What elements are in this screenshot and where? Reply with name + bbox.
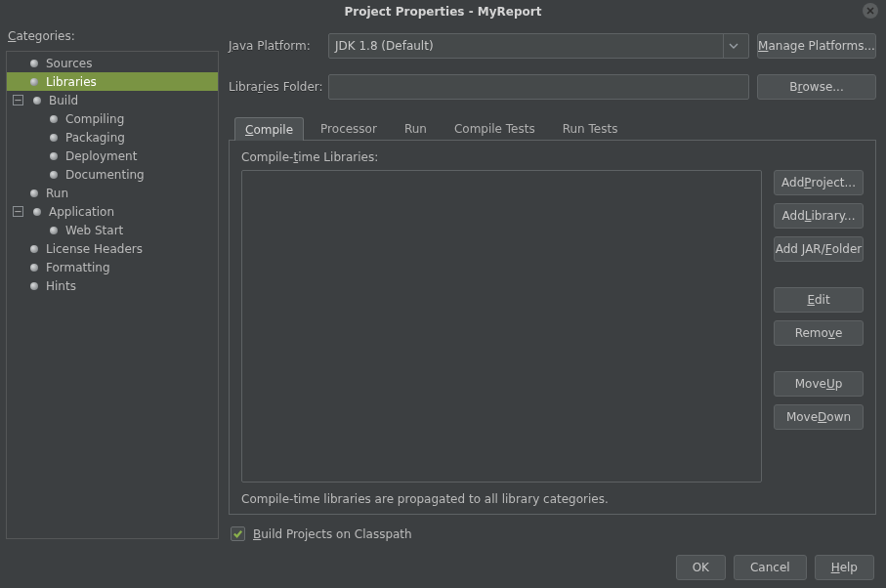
chevron-down-icon <box>723 34 742 58</box>
libraries-folder-label: Libraries Folder: <box>229 80 328 94</box>
tree-item-deployment[interactable]: Deployment <box>7 147 218 165</box>
collapse-icon[interactable]: − <box>13 95 23 105</box>
compile-time-libraries-label: Compile-time Libraries: <box>241 150 864 164</box>
add-library-button[interactable]: Add Library... <box>774 203 864 229</box>
build-classpath-checkbox[interactable] <box>231 526 245 541</box>
tab-run-tests[interactable]: Run Tests <box>552 116 629 140</box>
tree-item-hints[interactable]: Hints <box>7 276 218 295</box>
compile-time-libraries-list[interactable] <box>241 170 762 483</box>
tree-item-webstart[interactable]: Web Start <box>7 221 218 239</box>
tab-compile-tests[interactable]: Compile Tests <box>443 116 546 140</box>
libraries-folder-row: Libraries Folder: Browse... <box>229 74 876 100</box>
collapse-icon[interactable]: − <box>13 206 23 217</box>
window-title: Project Properties - MyReport <box>345 5 542 19</box>
edit-button[interactable]: Edit <box>774 287 864 313</box>
tree-item-packaging[interactable]: Packaging <box>7 128 218 147</box>
tree-item-license[interactable]: License Headers <box>7 239 218 258</box>
tree-item-formatting[interactable]: Formatting <box>7 258 218 276</box>
libraries-folder-input[interactable] <box>328 74 749 100</box>
manage-platforms-button[interactable]: Manage Platforms... <box>757 33 876 59</box>
propagate-note: Compile-time libraries are propagated to… <box>241 492 864 506</box>
tree-item-application[interactable]: −Application <box>7 202 218 221</box>
cancel-button[interactable]: Cancel <box>734 555 807 580</box>
build-classpath-label: Build Projects on Classpath <box>253 527 412 541</box>
help-button[interactable]: Help <box>815 555 874 580</box>
ok-button[interactable]: OK <box>676 555 726 580</box>
tab-compile[interactable]: Compile <box>234 117 304 141</box>
browse-button[interactable]: Browse... <box>757 74 876 100</box>
add-jar-folder-button[interactable]: Add JAR/Folder <box>774 236 864 262</box>
tree-item-documenting[interactable]: Documenting <box>7 165 218 184</box>
tree-item-build[interactable]: −Build <box>7 91 218 109</box>
tree-item-sources[interactable]: Sources <box>7 54 218 72</box>
tree-item-run[interactable]: Run <box>7 184 218 202</box>
java-platform-value: JDK 1.8 (Default) <box>335 39 434 53</box>
library-buttons: Add Project... Add Library... Add JAR/Fo… <box>774 170 864 483</box>
titlebar: Project Properties - MyReport <box>0 0 886 23</box>
close-icon[interactable] <box>863 3 878 19</box>
java-platform-label: Java Platform: <box>229 39 328 53</box>
tab-run[interactable]: Run <box>394 116 438 140</box>
dialog-footer: OK Cancel Help <box>0 547 886 588</box>
tree-item-compiling[interactable]: Compiling <box>7 109 218 128</box>
right-pane: Java Platform: JDK 1.8 (Default) Manage … <box>229 29 876 541</box>
remove-button[interactable]: Remove <box>774 320 864 346</box>
move-down-button[interactable]: Move Down <box>774 404 864 430</box>
tree-item-libraries[interactable]: Libraries <box>7 72 218 91</box>
tab-content-compile: Compile-time Libraries: Add Project... A… <box>229 141 876 515</box>
java-platform-row: Java Platform: JDK 1.8 (Default) Manage … <box>229 33 876 59</box>
add-project-button[interactable]: Add Project... <box>774 170 864 195</box>
build-classpath-row: Build Projects on Classpath <box>231 526 876 541</box>
tabbar: Compile Processor Run Compile Tests Run … <box>229 115 876 141</box>
tab-processor[interactable]: Processor <box>310 116 388 140</box>
java-platform-combo[interactable]: JDK 1.8 (Default) <box>328 33 749 59</box>
content-area: Sources Libraries −Build Compiling Packa… <box>0 23 886 547</box>
move-up-button[interactable]: Move Up <box>774 371 864 397</box>
categories-tree: Sources Libraries −Build Compiling Packa… <box>6 51 219 539</box>
